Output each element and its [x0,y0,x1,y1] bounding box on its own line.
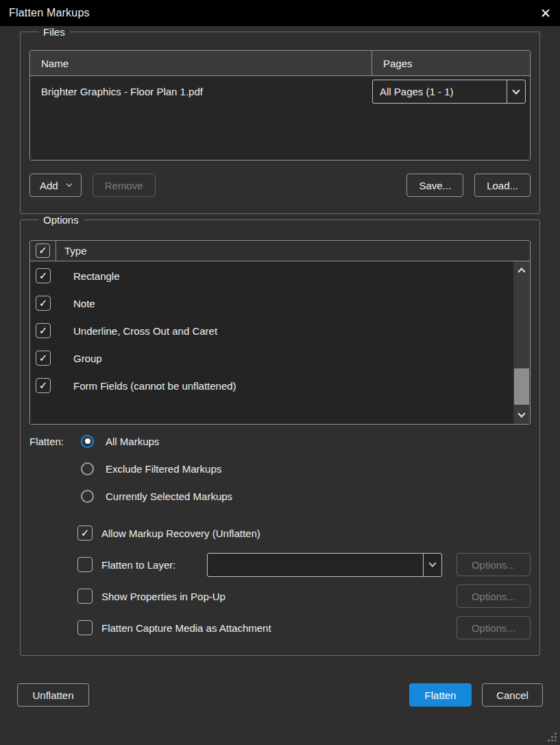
divider [56,241,56,261]
radio-exclude-filtered[interactable] [81,462,94,475]
type-row-rectangle[interactable]: ✓ Rectangle [30,262,530,289]
row-flatten-to-layer: Flatten to Layer: Options... [29,551,531,578]
dialog-title: Flatten Markups [9,7,90,19]
check-icon: ✓ [39,298,48,308]
spacer [167,174,396,197]
allow-recovery-label: Allow Markup Recovery (Unflatten) [101,528,260,539]
cancel-button[interactable]: Cancel [482,683,543,707]
column-header-name[interactable]: Name [30,51,372,75]
type-row-label: Underline, Cross Out and Caret [73,325,217,337]
radio-label: All Markups [106,436,159,447]
add-button-label: Add [40,180,58,191]
dialog-footer: Unflatten Flatten Cancel [17,683,543,707]
show-properties-label: Show Properties in Pop-Up [101,591,226,602]
save-button[interactable]: Save... [406,174,463,197]
close-icon[interactable]: ✕ [540,7,551,20]
radio-currently-selected[interactable] [81,490,94,503]
underline-checkbox[interactable]: ✓ [36,323,51,338]
flatten-options-rows: ✓ Allow Markup Recovery (Unflatten) Flat… [29,519,531,655]
scrollbar[interactable] [513,261,530,424]
remove-button[interactable]: Remove [93,174,156,197]
capture-media-checkbox[interactable] [77,620,93,635]
type-list-header: ✓ Type [30,241,530,261]
layer-dropdown[interactable] [207,553,442,577]
chevron-down-icon[interactable] [507,80,525,103]
capture-options-button[interactable]: Options... [456,616,531,639]
flatten-markups-dialog: Flatten Markups ✕ Files Name Pages Brigh… [0,0,560,707]
resize-grip-icon[interactable] [546,731,558,743]
chevron-down-icon [66,181,71,187]
radio-label: Exclude Filtered Markups [106,463,221,475]
scroll-up-icon[interactable] [513,263,530,278]
load-button[interactable]: Load... [474,174,531,197]
type-row-note[interactable]: ✓ Note [30,289,530,317]
type-row-label: Group [73,353,102,364]
file-name: Brighter Graphics - Floor Plan 1.pdf [30,86,372,97]
files-group: Files Name Pages Brighter Graphics - Flo… [20,26,540,214]
file-row[interactable]: Brighter Graphics - Floor Plan 1.pdf All… [30,79,530,104]
check-icon: ✓ [39,325,48,335]
allow-recovery-checkbox[interactable]: ✓ [77,525,93,541]
pages-dropdown-value: All Pages (1 - 1) [373,80,507,103]
options-legend: Options [38,214,84,226]
files-table-header: Name Pages [30,51,530,76]
file-pages-cell: All Pages (1 - 1) [372,80,530,104]
flatten-choice-group: Flatten: All Markups Exclude Filtered Ma… [29,427,531,510]
unflatten-button[interactable]: Unflatten [17,683,89,707]
flatten-button[interactable]: Flatten [409,683,472,707]
scroll-down-icon[interactable] [513,407,530,423]
flatten-to-layer-label: Flatten to Layer: [101,559,175,571]
radio-all-markups[interactable] [81,435,94,448]
chevron-down-icon[interactable] [423,554,441,576]
radio-label: Currently Selected Markups [106,490,232,502]
check-icon: ✓ [81,528,90,538]
type-row-label: Form Fields (cannot be unflattened) [73,380,236,392]
files-table-body: Brighter Graphics - Floor Plan 1.pdf All… [30,76,530,160]
type-row-label: Rectangle [73,270,120,282]
type-list-body: ✓ Rectangle ✓ Note ✓ Underline, Cross Ou… [30,261,530,424]
row-capture-media: Flatten Capture Media as Attachment Opti… [29,614,531,641]
type-row-group[interactable]: ✓ Group [30,344,530,372]
check-icon: ✓ [38,245,47,255]
form-fields-checkbox[interactable]: ✓ [36,378,51,393]
files-legend: Files [38,26,70,38]
flatten-caption: Flatten: [29,436,81,447]
layer-options-button[interactable]: Options... [456,553,531,576]
markup-type-list: ✓ Type ✓ Rectangle ✓ Note ✓ Underline, C… [29,240,531,425]
files-table: Name Pages Brighter Graphics - Floor Pla… [29,50,531,161]
check-icon: ✓ [39,380,48,390]
row-show-properties: Show Properties in Pop-Up Options... [29,582,531,610]
pages-dropdown[interactable]: All Pages (1 - 1) [372,80,526,104]
radio-row-exclude-filtered: Exclude Filtered Markups [29,455,531,482]
row-allow-markup-recovery: ✓ Allow Markup Recovery (Unflatten) [29,519,531,547]
check-icon: ✓ [39,353,48,363]
add-button[interactable]: Add [29,174,82,197]
radio-row-currently-selected: Currently Selected Markups [29,482,531,510]
show-properties-checkbox[interactable] [77,589,93,604]
note-checkbox[interactable]: ✓ [36,296,51,311]
title-bar: Flatten Markups ✕ [0,0,560,26]
flatten-to-layer-checkbox[interactable] [77,557,93,572]
scrollbar-thumb[interactable] [514,368,529,405]
layer-dropdown-value [208,554,423,576]
select-all-checkbox[interactable]: ✓ [36,244,50,258]
popup-options-button[interactable]: Options... [456,584,531,608]
column-header-pages[interactable]: Pages [372,51,530,75]
rectangle-checkbox[interactable]: ✓ [36,268,51,283]
type-row-underline[interactable]: ✓ Underline, Cross Out and Caret [30,317,530,344]
radio-row-all-markups: Flatten: All Markups [29,427,531,455]
type-column-header[interactable]: Type [64,245,87,257]
type-row-label: Note [73,298,95,309]
group-checkbox[interactable]: ✓ [36,351,51,366]
check-icon: ✓ [39,270,48,281]
files-button-row: Add Remove Save... Load... [29,174,531,197]
type-row-form-fields[interactable]: ✓ Form Fields (cannot be unflattened) [30,372,530,399]
capture-media-label: Flatten Capture Media as Attachment [101,622,271,634]
options-group: Options ✓ Type ✓ Rectangle ✓ Note ✓ Unde… [20,214,540,656]
